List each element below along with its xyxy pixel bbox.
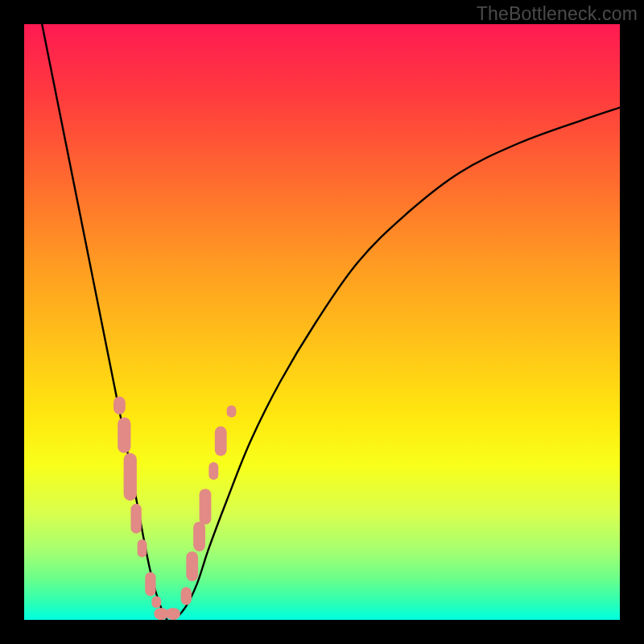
watermark-text: TheBottleneck.com (477, 3, 638, 25)
outer-frame: TheBottleneck.com (0, 0, 644, 644)
plot-background (24, 24, 620, 620)
